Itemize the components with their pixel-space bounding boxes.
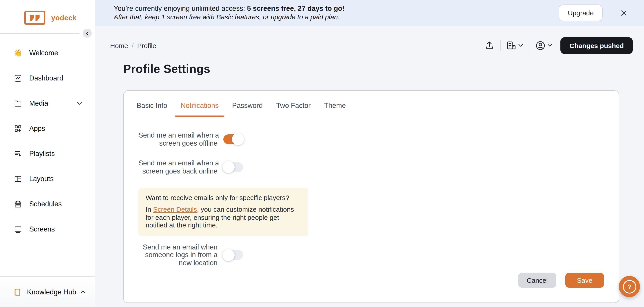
screens-list-icon bbox=[506, 40, 516, 50]
sidebar-divider bbox=[0, 33, 80, 34]
breadcrumb-current: Profile bbox=[137, 42, 156, 49]
toggle-knob bbox=[222, 161, 234, 173]
chevron-left-icon bbox=[85, 31, 90, 36]
banner-message: You’re currently enjoying unlimited acce… bbox=[114, 4, 247, 12]
cancel-button[interactable]: Cancel bbox=[518, 273, 556, 288]
wave-emoji-icon: 👋 bbox=[14, 49, 22, 57]
upload-icon[interactable] bbox=[484, 40, 494, 50]
screen-details-link[interactable]: Screen Details, bbox=[153, 206, 199, 213]
toggle-row-screen-offline: Send me an email when a screen goes offl… bbox=[138, 131, 619, 147]
breadcrumb-separator: / bbox=[132, 42, 134, 49]
toggle-label: Send me an email when a screen goes offl… bbox=[138, 131, 218, 147]
chevron-down-icon bbox=[518, 44, 523, 47]
profile-settings-card: Basic Info Notifications Password Two Fa… bbox=[123, 90, 619, 303]
schedules-icon bbox=[14, 200, 22, 208]
book-icon bbox=[14, 288, 22, 296]
tab-basic-info[interactable]: Basic Info bbox=[131, 97, 172, 117]
sidebar-collapse-button[interactable] bbox=[83, 29, 92, 38]
sidebar-item-media[interactable]: Media bbox=[0, 91, 95, 116]
upgrade-button[interactable]: Upgrade bbox=[559, 4, 603, 21]
yodeck-logo-icon bbox=[24, 11, 46, 25]
profile-menu[interactable] bbox=[535, 40, 552, 50]
user-circle-icon bbox=[535, 40, 546, 50]
page-header: Home / Profile bbox=[110, 36, 633, 55]
tab-password[interactable]: Password bbox=[227, 97, 268, 117]
tab-notifications[interactable]: Notifications bbox=[175, 97, 224, 117]
screens-icon bbox=[14, 225, 22, 233]
workspace-selector[interactable] bbox=[506, 40, 523, 50]
toggle-new-location[interactable] bbox=[223, 250, 243, 260]
sidebar-item-dashboard[interactable]: Dashboard bbox=[0, 66, 95, 91]
trial-banner: You’re currently enjoying unlimited acce… bbox=[95, 0, 644, 26]
breadcrumb-home[interactable]: Home bbox=[110, 42, 128, 49]
info-box-body: In Screen Details, you can customize not… bbox=[146, 206, 301, 229]
toggle-label: Send me an email when someone logs in fr… bbox=[138, 243, 218, 267]
yodeck-logo[interactable]: yodeck bbox=[24, 11, 76, 25]
dashboard-icon bbox=[14, 74, 22, 82]
chevron-down-icon bbox=[548, 44, 552, 47]
playlists-icon bbox=[14, 150, 22, 158]
chevron-up-icon bbox=[81, 290, 86, 294]
banner-message-bold: 5 screens free, 27 days to go! bbox=[247, 4, 344, 12]
page-title: Profile Settings bbox=[123, 62, 644, 76]
chevron-down-icon bbox=[77, 102, 82, 105]
folder-icon bbox=[14, 99, 22, 108]
question-mark-icon: ? bbox=[623, 280, 636, 293]
toggle-row-new-location: Send me an email when someone logs in fr… bbox=[138, 243, 619, 267]
sidebar-nav: 👋 Welcome Dashboard Media bbox=[0, 40, 95, 242]
tab-bar: Basic Info Notifications Password Two Fa… bbox=[124, 91, 619, 117]
yodeck-logo-text: yodeck bbox=[51, 14, 76, 22]
toggle-row-screen-online: Send me an email when a screen goes back… bbox=[138, 159, 619, 175]
header-actions: Changes pushed bbox=[484, 37, 633, 54]
sidebar-item-playlists[interactable]: Playlists bbox=[0, 141, 95, 166]
changes-pushed-button[interactable]: Changes pushed bbox=[560, 37, 633, 54]
toggle-knob bbox=[232, 133, 244, 145]
toggle-label: Send me an email when a screen goes back… bbox=[138, 159, 218, 175]
tab-two-factor[interactable]: Two Factor bbox=[271, 97, 316, 117]
sidebar-item-apps[interactable]: Apps bbox=[0, 116, 95, 141]
save-button[interactable]: Save bbox=[565, 273, 604, 288]
divider bbox=[529, 40, 530, 51]
card-footer: Cancel Save bbox=[518, 273, 604, 288]
layouts-icon bbox=[14, 175, 22, 183]
info-box: Want to receive emails only for specific… bbox=[138, 188, 308, 236]
close-icon[interactable] bbox=[620, 10, 627, 17]
divider bbox=[500, 40, 501, 51]
breadcrumb: Home / Profile bbox=[110, 42, 156, 49]
notification-settings: Send me an email when a screen goes offl… bbox=[138, 131, 619, 267]
info-box-title: Want to receive emails only for specific… bbox=[146, 194, 301, 201]
app-root: yodeck 👋 Welcome Dashboard bbox=[0, 0, 644, 307]
toggle-knob bbox=[222, 249, 234, 261]
main-content: Home / Profile bbox=[95, 26, 644, 307]
sidebar-item-layouts[interactable]: Layouts bbox=[0, 166, 95, 192]
apps-icon bbox=[14, 124, 22, 132]
sidebar-item-schedules[interactable]: Schedules bbox=[0, 192, 95, 217]
sidebar-item-knowledge-hub[interactable]: Knowledge Hub bbox=[0, 276, 95, 307]
help-button[interactable]: ? bbox=[619, 276, 640, 297]
tab-theme[interactable]: Theme bbox=[319, 97, 351, 117]
sidebar-item-welcome[interactable]: 👋 Welcome bbox=[0, 40, 95, 66]
toggle-screen-online[interactable] bbox=[223, 162, 243, 172]
toggle-screen-offline[interactable] bbox=[223, 134, 243, 144]
sidebar: yodeck 👋 Welcome Dashboard bbox=[0, 0, 95, 307]
sidebar-item-screens[interactable]: Screens bbox=[0, 217, 95, 242]
